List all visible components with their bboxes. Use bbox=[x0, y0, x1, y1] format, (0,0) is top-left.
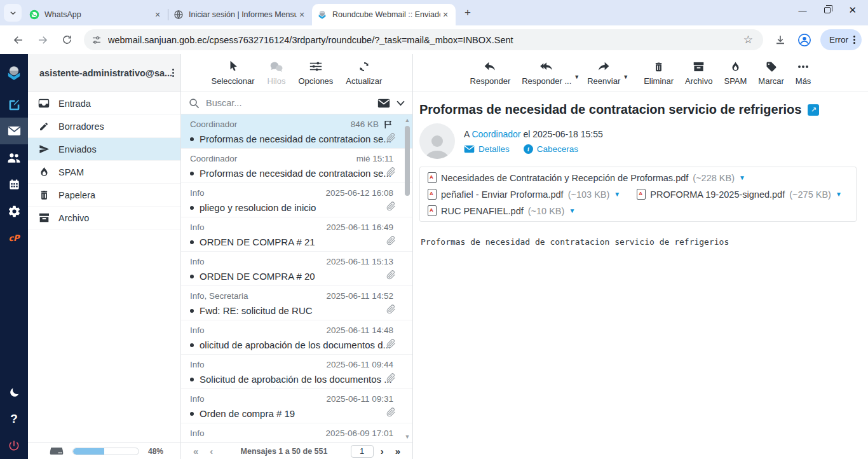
message-row[interactable]: Info2025-06-11 09:31 Orden de compra # 1… bbox=[181, 389, 412, 423]
rail-mail-button[interactable] bbox=[0, 118, 28, 144]
rail-help-button[interactable]: ? bbox=[0, 406, 28, 432]
scroll-up-icon[interactable]: ▲ bbox=[403, 117, 411, 123]
account-menu-icon[interactable] bbox=[172, 69, 174, 77]
profile-button[interactable] bbox=[795, 31, 814, 50]
message-row[interactable]: Coordinadormié 15:11 Proformas de necesi… bbox=[181, 149, 412, 183]
folder-spam[interactable]: SPAM bbox=[28, 161, 180, 184]
attachment-item[interactable]: PROFORMA 19-2025-signed.pdf (~275 KB) ▼ bbox=[637, 189, 842, 200]
next-page-button[interactable]: › bbox=[376, 446, 388, 456]
message-row[interactable]: Info, Secretaria2025-06-11 14:52 Fwd: RE… bbox=[181, 286, 412, 320]
rail-darkmode-button[interactable] bbox=[0, 379, 28, 406]
folder-label: Papelera bbox=[58, 190, 95, 200]
new-tab-button[interactable]: + bbox=[459, 4, 476, 21]
tab-informes[interactable]: Iniciar sesión | Informes Mensua ✕ bbox=[168, 4, 312, 25]
rail-calendar-button[interactable] bbox=[0, 171, 28, 198]
message-row[interactable]: Info2025-06-12 16:08 pliego y resolucion… bbox=[181, 183, 412, 217]
folder-archivo[interactable]: Archivo bbox=[28, 207, 180, 230]
attachment-name[interactable]: RUC PENAFIEL.pdf bbox=[441, 206, 524, 216]
tab-close-icon[interactable]: ✕ bbox=[153, 10, 163, 20]
search-options-chevron-icon[interactable] bbox=[397, 100, 405, 106]
message-subject: Orden de compra # 19 bbox=[200, 406, 393, 421]
headers-toggle[interactable]: i Cabeceras bbox=[524, 144, 578, 154]
bookmark-star-icon[interactable]: ☆ bbox=[741, 33, 756, 46]
folder-label: Archivo bbox=[58, 213, 89, 223]
message-row[interactable]: Coordinador 846 KB Proformas de necesida… bbox=[181, 114, 412, 149]
message-row[interactable]: Info2025-06-11 15:13 ORDEN DE COMPRA # 2… bbox=[181, 252, 412, 286]
more-button[interactable]: Más bbox=[790, 58, 817, 88]
rail-logout-button[interactable] bbox=[0, 432, 28, 459]
mark-button[interactable]: Marcar bbox=[753, 58, 789, 88]
tab-close-icon[interactable]: ✕ bbox=[297, 10, 307, 20]
page-number-input[interactable] bbox=[351, 445, 374, 458]
message-row[interactable]: Info2025-06-09 17:01 bbox=[181, 423, 412, 442]
reload-button[interactable] bbox=[57, 31, 76, 50]
rail-contacts-button[interactable] bbox=[0, 144, 28, 171]
omnibox[interactable]: webmail.sanjuan.gob.ec/cpsess7632716124/… bbox=[84, 29, 763, 50]
threads-button[interactable]: Hilos bbox=[262, 58, 291, 88]
site-settings-icon[interactable] bbox=[92, 35, 102, 45]
attachment-menu-icon[interactable]: ▼ bbox=[569, 207, 575, 214]
first-page-button[interactable]: « bbox=[189, 446, 203, 456]
attachment-item[interactable]: Necesidades de Contratación y Recepción … bbox=[428, 172, 745, 183]
open-in-new-window-icon[interactable]: ↗ bbox=[808, 104, 819, 116]
sync-error-button[interactable]: Error bbox=[820, 29, 862, 50]
attachment-menu-icon[interactable]: ▼ bbox=[739, 174, 745, 181]
refresh-button[interactable]: Actualizar bbox=[341, 58, 387, 88]
flag-icon[interactable] bbox=[383, 120, 393, 130]
rail-compose-button[interactable] bbox=[0, 91, 28, 118]
close-button[interactable]: ✕ bbox=[848, 4, 857, 16]
attachment-name[interactable]: Necesidades de Contratación y Recepción … bbox=[441, 173, 688, 183]
rail-settings-button[interactable] bbox=[0, 198, 28, 224]
options-button[interactable]: Opciones bbox=[293, 58, 338, 88]
message-row[interactable]: Info2025-06-11 16:49 ORDEN DE COMPRA # 2… bbox=[181, 217, 412, 252]
back-button[interactable] bbox=[9, 31, 28, 50]
browser-menu-icon[interactable] bbox=[853, 36, 855, 44]
forward-button[interactable] bbox=[33, 31, 52, 50]
attachment-name[interactable]: PROFORMA 19-2025-signed.pdf bbox=[650, 189, 785, 200]
sync-error-label: Error bbox=[829, 35, 848, 45]
details-toggle[interactable]: Detalles bbox=[464, 144, 510, 154]
tab-close-icon[interactable]: ✕ bbox=[440, 10, 451, 20]
url-text[interactable]: webmail.sanjuan.gob.ec/cpsess7632716124/… bbox=[108, 35, 741, 45]
prev-page-button[interactable]: ‹ bbox=[205, 446, 217, 456]
select-button[interactable]: Seleccionar bbox=[207, 58, 260, 88]
tab-search-button[interactable] bbox=[4, 4, 22, 22]
search-input[interactable] bbox=[206, 98, 371, 108]
message-row[interactable]: Info2025-06-11 14:48 olicitud de aprobac… bbox=[181, 320, 412, 355]
pdf-file-icon bbox=[428, 172, 437, 183]
attachment-item[interactable]: RUC PENAFIEL.pdf (~10 KB) ▼ bbox=[428, 205, 575, 216]
last-page-button[interactable]: » bbox=[391, 446, 405, 456]
reply-all-button[interactable]: Responder ... bbox=[517, 58, 576, 88]
roundcube-logo[interactable] bbox=[0, 54, 28, 91]
scrollbar-thumb[interactable] bbox=[405, 126, 410, 196]
restore-icon bbox=[824, 7, 831, 13]
more-label: Más bbox=[796, 76, 811, 86]
delete-button[interactable]: Eliminar bbox=[639, 58, 679, 88]
folder-enviados[interactable]: Enviados bbox=[28, 138, 180, 161]
recipient-link[interactable]: Coordinador bbox=[471, 129, 520, 139]
attachment-menu-icon[interactable]: ▼ bbox=[836, 191, 842, 198]
tab-whatsapp[interactable]: WhatsApp ✕ bbox=[24, 4, 168, 25]
spam-button[interactable]: SPAM bbox=[719, 58, 752, 88]
attachment-item[interactable]: peñafiel - Enviar Proforma.pdf (~103 KB)… bbox=[428, 189, 620, 200]
reply-button[interactable]: Responder bbox=[465, 58, 516, 88]
folder-papelera[interactable]: Papelera bbox=[28, 184, 180, 207]
rail-cpanel-button[interactable]: cP bbox=[0, 224, 28, 251]
minimize-button[interactable]: — bbox=[798, 6, 806, 15]
folder-borradores[interactable]: Borradores bbox=[28, 115, 180, 138]
scroll-down-icon[interactable]: ▼ bbox=[403, 434, 411, 440]
search-scope-mail-icon[interactable] bbox=[377, 99, 390, 108]
restore-button[interactable] bbox=[824, 7, 831, 13]
archive-button[interactable]: Archivo bbox=[680, 58, 717, 88]
forward-button-mail[interactable]: Reenviar bbox=[582, 58, 625, 88]
tab-roundcube-active[interactable]: Roundcube Webmail :: Enviados ✕ bbox=[312, 4, 456, 25]
folder-entrada[interactable]: Entrada bbox=[28, 92, 180, 115]
reply-all-menu-icon[interactable]: ▼ bbox=[574, 74, 580, 80]
downloads-button[interactable] bbox=[771, 31, 790, 50]
attachment-name[interactable]: peñafiel - Enviar Proforma.pdf bbox=[441, 189, 564, 200]
flame-icon bbox=[38, 167, 50, 177]
forward-menu-icon[interactable]: ▼ bbox=[623, 74, 628, 80]
attachment-menu-icon[interactable]: ▼ bbox=[614, 191, 620, 198]
message-row[interactable]: Info2025-06-11 09:44 Solicitud de aproba… bbox=[181, 355, 412, 389]
list-scrollbar[interactable]: ▲ ▼ bbox=[403, 116, 411, 441]
